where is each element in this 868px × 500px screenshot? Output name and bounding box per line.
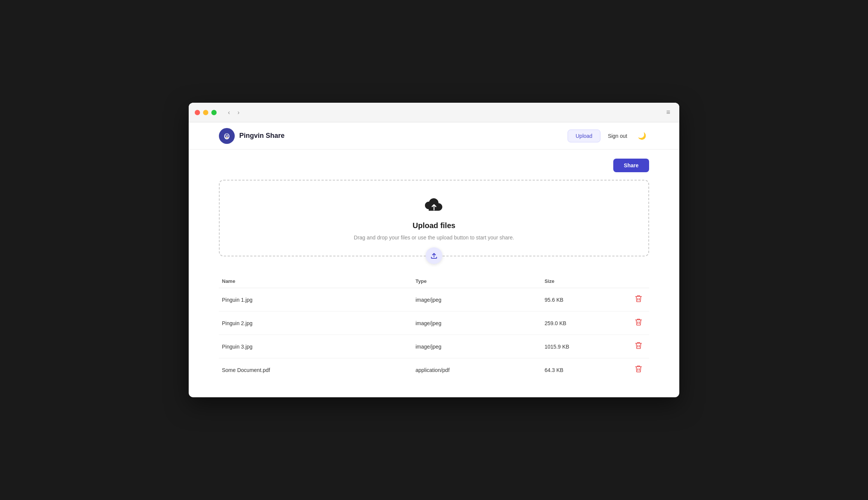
close-button[interactable]: [195, 110, 200, 115]
main-content: Share Upload files Drag and drop your fi…: [189, 150, 679, 397]
file-size-cell: 95.6 KB: [542, 288, 628, 312]
file-size-cell: 1015.9 KB: [542, 335, 628, 358]
file-action-cell: [628, 358, 649, 382]
navbar-actions: Upload Sign out 🌙: [568, 130, 649, 142]
content-area: Pingvin Share Upload Sign out 🌙 Share: [189, 122, 679, 397]
file-action-cell: [628, 335, 649, 358]
minimize-button[interactable]: [203, 110, 208, 115]
table-row: Some Document.pdf application/pdf 64.3 K…: [219, 358, 649, 382]
app-name: Pingvin Share: [239, 132, 285, 140]
file-size-cell: 64.3 KB: [542, 358, 628, 382]
delete-file-button[interactable]: [634, 317, 643, 329]
file-table: Name Type Size Pinguin 1.jpg image/jpeg …: [219, 275, 649, 381]
dropzone-subtitle: Drag and drop your files or use the uplo…: [354, 235, 514, 241]
back-button[interactable]: ‹: [226, 108, 232, 117]
table-header: Name Type Size: [219, 275, 649, 288]
file-type-cell: image/jpeg: [412, 335, 542, 358]
svg-point-2: [226, 134, 227, 136]
theme-toggle-button[interactable]: 🌙: [635, 130, 649, 142]
file-type-cell: image/jpeg: [412, 312, 542, 335]
share-row: Share: [219, 159, 649, 172]
file-name-cell: Pinguin 1.jpg: [219, 288, 412, 312]
delete-file-button[interactable]: [634, 293, 643, 306]
share-button[interactable]: Share: [613, 159, 649, 172]
hamburger-icon[interactable]: ≡: [663, 107, 673, 118]
upload-circle-button[interactable]: [426, 247, 442, 264]
forward-button[interactable]: ›: [235, 108, 242, 117]
signout-button[interactable]: Sign out: [606, 130, 629, 142]
file-type-cell: image/jpeg: [412, 288, 542, 312]
col-type-header: Type: [412, 275, 542, 288]
navbar: Pingvin Share Upload Sign out 🌙: [189, 122, 679, 150]
file-name-cell: Pinguin 2.jpg: [219, 312, 412, 335]
file-name-cell: Some Document.pdf: [219, 358, 412, 382]
maximize-button[interactable]: [211, 110, 217, 115]
file-type-cell: application/pdf: [412, 358, 542, 382]
app-window: ‹ › ≡ Pingvin Share: [189, 103, 679, 397]
logo-icon: [219, 128, 235, 144]
dropzone-title: Upload files: [412, 221, 455, 230]
table-header-row: Name Type Size: [219, 275, 649, 288]
traffic-lights: [195, 110, 217, 115]
upload-nav-button[interactable]: Upload: [568, 130, 600, 142]
file-action-cell: [628, 312, 649, 335]
logo-area: Pingvin Share: [219, 128, 285, 144]
col-action-header: [628, 275, 649, 288]
dropzone[interactable]: Upload files Drag and drop your files or…: [219, 180, 649, 256]
col-size-header: Size: [542, 275, 628, 288]
table-row: Pinguin 2.jpg image/jpeg 259.0 KB: [219, 312, 649, 335]
delete-file-button[interactable]: [634, 340, 643, 353]
col-name-header: Name: [219, 275, 412, 288]
file-name-cell: Pinguin 3.jpg: [219, 335, 412, 358]
table-row: Pinguin 1.jpg image/jpeg 95.6 KB: [219, 288, 649, 312]
cloud-upload-icon: [423, 196, 445, 217]
svg-point-3: [227, 134, 228, 136]
delete-file-button[interactable]: [634, 364, 643, 376]
table-row: Pinguin 3.jpg image/jpeg 1015.9 KB: [219, 335, 649, 358]
file-size-cell: 259.0 KB: [542, 312, 628, 335]
table-body: Pinguin 1.jpg image/jpeg 95.6 KB Pinguin…: [219, 288, 649, 382]
nav-buttons: ‹ ›: [226, 108, 242, 117]
titlebar: ‹ › ≡: [189, 103, 679, 122]
file-action-cell: [628, 288, 649, 312]
